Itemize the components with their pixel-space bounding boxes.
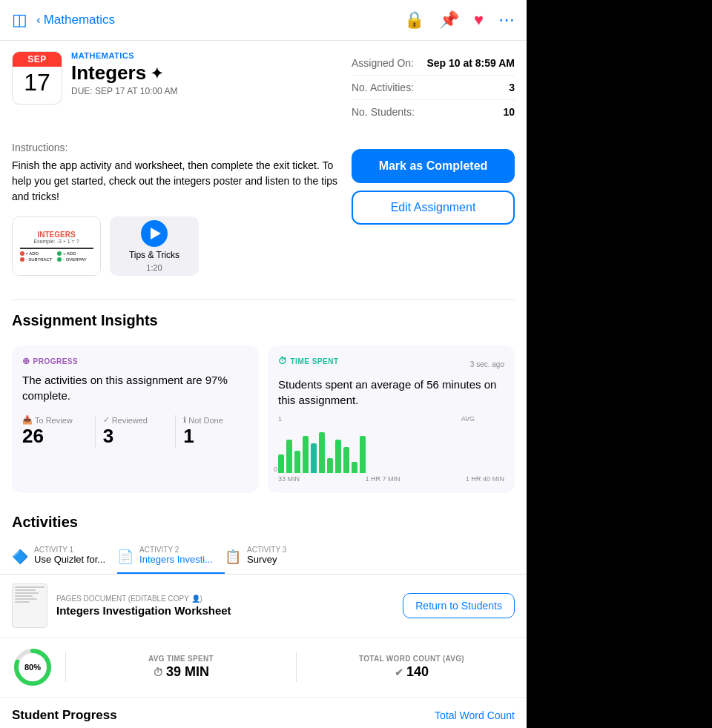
progress-stats-row: 📥 To Review 26 ✓ Reviewed 3 ℹ	[22, 415, 248, 448]
video-title: Tips & Tricks	[129, 250, 179, 260]
not-done-label: ℹ Not Done	[183, 415, 241, 425]
reviewed-stat: ✓ Reviewed 3	[103, 415, 168, 448]
student-progress-title: Student Progress	[12, 708, 117, 723]
reviewed-value: 3	[103, 425, 161, 448]
word-count-label: TOTAL WORD COUNT (AVG)	[309, 655, 515, 663]
tab-3-number: ACTIVITY 3	[247, 546, 286, 554]
time-spent-card: ⏱ TIME SPENT 3 sec. ago Students spent a…	[268, 345, 515, 493]
num-students-row: No. Students: 10	[352, 100, 515, 124]
play-icon	[151, 228, 161, 239]
to-review-stat: 📥 To Review 26	[22, 415, 88, 448]
tab-1-number: ACTIVITY 1	[34, 546, 105, 554]
circle-percent-label: 80%	[24, 663, 41, 672]
bar-9	[343, 447, 349, 473]
stat-divider-1	[95, 415, 96, 448]
stats-divider-2	[296, 652, 297, 682]
activities-label: No. Activities:	[352, 82, 414, 93]
sparkle-icon: ✦	[151, 64, 163, 82]
bar-avg	[311, 443, 317, 473]
document-info: PAGES DOCUMENT (EDITABLE COPY 👤) Integer…	[56, 595, 394, 617]
video-duration: 1:20	[146, 263, 162, 272]
clock-icon: ⏱	[153, 666, 163, 678]
time-ago: 3 sec. ago	[470, 360, 504, 368]
insights-grid: ⊕ PROGRESS The activities on this assign…	[0, 337, 527, 502]
not-done-stat: ℹ Not Done 1	[183, 415, 248, 448]
avg-time-label: AVG TIME SPENT	[78, 655, 284, 663]
reviewed-label: ✓ Reviewed	[103, 415, 161, 425]
poster-title: INTEGERS	[37, 231, 75, 239]
bar-3	[294, 451, 300, 473]
progress-circle-icon: ⊕	[22, 356, 30, 366]
integers-poster-item[interactable]: INTEGERS Example: -3 + 1 = ? = ADD + ADD…	[12, 216, 101, 276]
tab-1-name: Use Quizlet for...	[34, 554, 105, 565]
chart-y-0: 0	[274, 466, 277, 473]
students-label: No. Students:	[352, 106, 415, 118]
bar-10	[352, 462, 357, 473]
student-progress-header: Student Progress Total Word Count	[0, 698, 527, 728]
bar-4	[303, 436, 309, 473]
date-badge: SEP 17	[12, 51, 62, 105]
activities-section-title: Activities	[0, 502, 527, 538]
integers-ops: = ADD + ADD - SUBTRACT - OVERPAY	[20, 251, 93, 262]
x-label-2: 1 HR 7 MIN	[365, 475, 400, 483]
media-row: INTEGERS Example: -3 + 1 = ? = ADD + ADD…	[12, 216, 340, 276]
heart-icon[interactable]: ♥	[474, 10, 484, 30]
time-spent-text: Students spent an average of 56 minutes …	[278, 377, 504, 408]
lock-icon[interactable]: 🔒	[404, 10, 424, 30]
inbox-icon: 📥	[22, 415, 33, 425]
assignment-metadata: Assigned On: Sep 10 at 8:59 AM No. Activ…	[352, 51, 515, 124]
bar-1	[278, 454, 284, 473]
quizlet-icon: 🔷	[12, 549, 28, 565]
bar-2	[286, 440, 292, 473]
bar-7	[327, 458, 333, 473]
assignment-title: Integers ✦	[71, 62, 340, 85]
document-row: PAGES DOCUMENT (EDITABLE COPY 👤) Integer…	[0, 575, 527, 638]
progress-stats-section: 80% AVG TIME SPENT ⏱ 39 MIN TOTAL WORD C…	[0, 638, 527, 698]
chart-avg-label: AVG	[461, 415, 475, 423]
avg-time-col: AVG TIME SPENT ⏱ 39 MIN	[78, 655, 284, 680]
assigned-on-label: Assigned On:	[352, 57, 414, 69]
instructions-label: Instructions:	[12, 142, 340, 153]
tab-2-number: ACTIVITY 2	[139, 546, 213, 554]
word-count-col: TOTAL WORD COUNT (AVG) ✔ 140	[309, 655, 515, 680]
progress-tag: ⊕ PROGRESS	[22, 356, 248, 366]
assigned-on-value: Sep 10 at 8:59 AM	[426, 57, 515, 69]
top-nav: ◫ ‹ Mathematics 🔒 📌 ♥ ⋯	[0, 0, 527, 41]
progress-text: The activities on this assignment are 97…	[22, 372, 248, 403]
play-button[interactable]	[141, 220, 168, 247]
activity-tab-1[interactable]: 🔷 ACTIVITY 1 Use Quizlet for...	[12, 538, 117, 574]
activity-tab-2[interactable]: 📄 ACTIVITY 2 Integers Investi...	[117, 538, 225, 574]
info-icon: ℹ	[183, 415, 186, 425]
nav-icons: 🔒 📌 ♥ ⋯	[404, 10, 515, 30]
pin-icon[interactable]: 📌	[439, 10, 459, 30]
pages-icon: 📄	[117, 549, 134, 565]
activity-tab-3[interactable]: 📋 ACTIVITY 3 Survey	[225, 538, 306, 574]
mark-completed-button[interactable]: Mark as Completed	[352, 149, 515, 183]
poster-subtitle: Example: -3 + 1 = ?	[33, 239, 79, 244]
num-activities-row: No. Activities: 3	[352, 76, 515, 100]
back-label: Mathematics	[44, 13, 115, 27]
edit-assignment-button[interactable]: Edit Assignment	[352, 191, 515, 225]
number-line	[20, 248, 93, 249]
assignment-due: DUE: SEP 17 AT 10:00 AM	[71, 86, 340, 96]
ellipsis-icon[interactable]: ⋯	[498, 10, 515, 30]
students-value: 10	[503, 106, 515, 118]
avg-time-value: ⏱ 39 MIN	[78, 664, 284, 680]
date-day: 17	[13, 67, 62, 96]
survey-icon: 📋	[225, 549, 241, 565]
return-to-students-button[interactable]: Return to Students	[403, 593, 515, 618]
tips-tricks-video-item[interactable]: Tips & Tricks 1:20	[110, 216, 199, 276]
x-label-1: 33 MIN	[278, 475, 300, 483]
total-word-count-link[interactable]: Total Word Count	[435, 709, 515, 721]
doc-type: PAGES DOCUMENT (EDITABLE COPY 👤)	[56, 595, 394, 603]
not-done-value: 1	[183, 425, 241, 448]
timer-icon: ⏱	[278, 356, 288, 366]
sidebar-toggle-icon[interactable]: ◫	[12, 10, 27, 30]
back-button[interactable]: ‹ Mathematics	[36, 13, 115, 27]
checkmark-circle-icon: ✔	[395, 666, 403, 678]
bar-chart-container: 1 AVG 0 33 MI	[278, 415, 504, 483]
doc-name: Integers Investigation Worksheet	[56, 604, 394, 617]
stat-divider-2	[175, 415, 176, 448]
checkmark-icon: ✓	[103, 415, 110, 425]
to-review-value: 26	[22, 425, 80, 448]
